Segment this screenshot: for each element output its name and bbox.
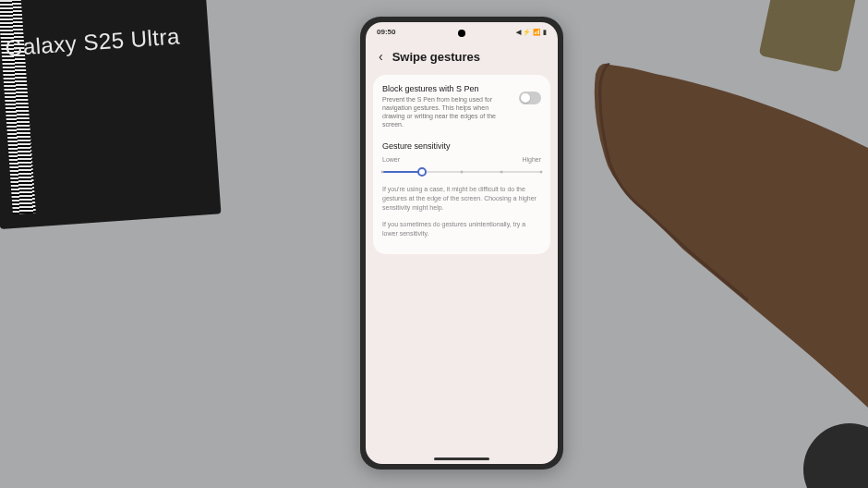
block-spen-title: Block gestures with S Pen (382, 84, 512, 93)
lower-label: Lower (382, 156, 400, 163)
higher-label: Higher (522, 156, 541, 163)
page-title: Swipe gestures (392, 50, 480, 64)
phone-device: 09:50 ◀ ⚡ 📶 ▮ ‹ Swipe gestures Block ges… (360, 17, 563, 470)
barcode (0, 0, 36, 214)
phone-screen: 09:50 ◀ ⚡ 📶 ▮ ‹ Swipe gestures Block ges… (366, 22, 558, 464)
hand (554, 55, 868, 488)
product-box: Galaxy S25 Ultra (0, 0, 221, 229)
block-spen-desc: Prevent the S Pen from being used for na… (382, 95, 512, 128)
back-icon[interactable]: ‹ (379, 49, 383, 64)
slider-thumb[interactable] (417, 167, 427, 177)
settings-card: Block gestures with S Pen Prevent the S … (373, 75, 550, 254)
status-time: 09:50 (377, 28, 395, 36)
camera-hole (458, 30, 465, 37)
product-name: Galaxy S25 Ultra (5, 23, 181, 61)
page-header: ‹ Swipe gestures (366, 38, 558, 71)
sensitivity-slider[interactable] (382, 166, 541, 177)
sensitivity-title: Gesture sensitivity (382, 141, 541, 151)
block-spen-toggle[interactable] (519, 92, 541, 104)
status-icons: ◀ ⚡ 📶 ▮ (516, 29, 547, 36)
navigation-bar[interactable] (434, 458, 489, 460)
slider-labels: Lower Higher (382, 156, 541, 163)
sensitivity-help-2: If you sometimes do gestures unintention… (382, 220, 541, 238)
block-spen-setting[interactable]: Block gestures with S Pen Prevent the S … (382, 84, 541, 128)
sensitivity-help-1: If you're using a case, it might be diff… (382, 185, 541, 212)
